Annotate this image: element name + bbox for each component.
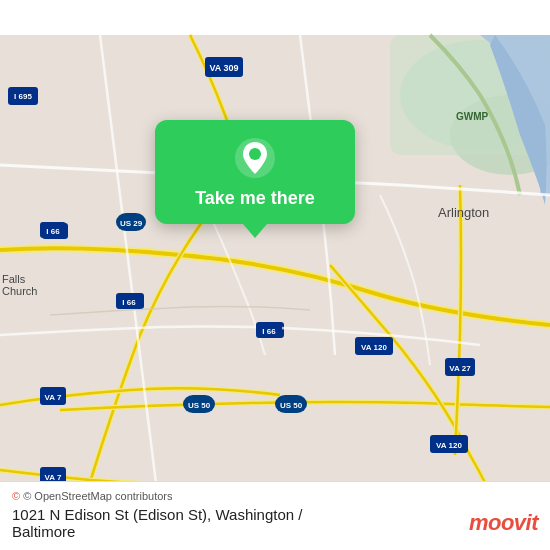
svg-text:VA 7: VA 7 [45,393,62,402]
map-container: VA 309 I 695 US 29 I 66 I 66 I 66 VA 120… [0,0,550,550]
svg-text:Arlington: Arlington [438,205,489,220]
svg-text:VA 120: VA 120 [361,343,387,352]
moovit-logo: moovit [469,510,538,536]
svg-text:I 66: I 66 [262,327,276,336]
popup-card[interactable]: Take me there [155,120,355,224]
svg-text:I 695: I 695 [14,92,32,101]
svg-text:US 50: US 50 [280,401,303,410]
svg-point-43 [249,148,261,160]
address-text: 1021 N Edison St (Edison St), Washington… [12,506,459,540]
svg-text:VA 120: VA 120 [436,441,462,450]
location-pin-icon [233,136,277,180]
svg-text:Church: Church [2,285,37,297]
svg-text:VA 309: VA 309 [209,63,238,73]
copyright-text: © © OpenStreetMap contributors [12,490,538,502]
svg-text:US 50: US 50 [188,401,211,410]
moovit-logo-text: moovit [469,510,538,536]
map-background: VA 309 I 695 US 29 I 66 I 66 I 66 VA 120… [0,0,550,550]
svg-text:Falls: Falls [2,273,26,285]
take-me-there-button[interactable]: Take me there [195,188,315,210]
svg-text:VA 27: VA 27 [449,364,471,373]
svg-text:I 66: I 66 [122,298,136,307]
svg-text:GWMP: GWMP [456,111,489,122]
svg-text:US 29: US 29 [120,219,143,228]
svg-text:I 66: I 66 [46,227,60,236]
bottom-bar: © © OpenStreetMap contributors 1021 N Ed… [0,481,550,550]
